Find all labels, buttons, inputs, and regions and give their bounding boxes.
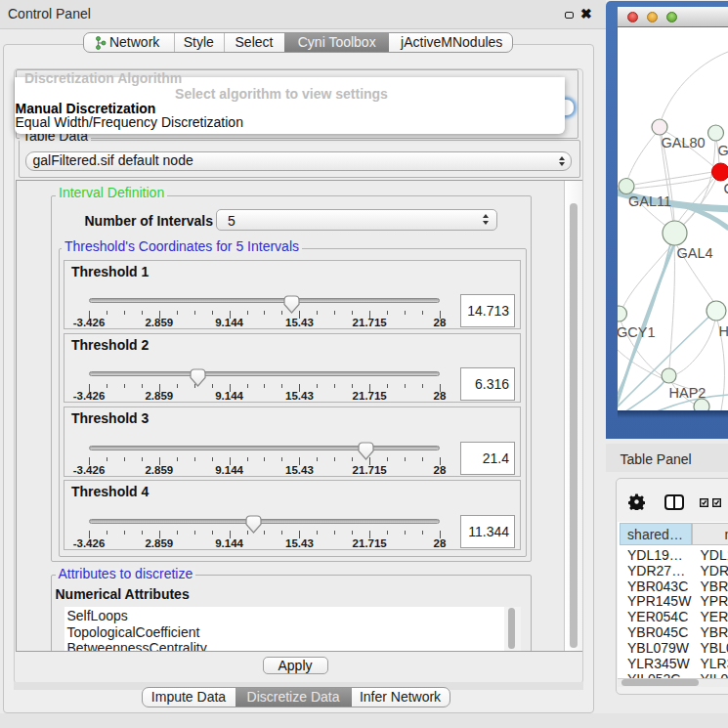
svg-text:GCY1: GCY1	[618, 324, 656, 340]
svg-text:GAL11: GAL11	[628, 193, 671, 209]
svg-text:H: H	[719, 323, 728, 339]
svg-text:C: C	[724, 181, 728, 196]
svg-text:HAP2: HAP2	[669, 385, 707, 401]
svg-text:GA: GA	[718, 143, 728, 158]
svg-text:GAL80: GAL80	[662, 135, 706, 150]
svg-text:GAL4: GAL4	[677, 245, 713, 261]
